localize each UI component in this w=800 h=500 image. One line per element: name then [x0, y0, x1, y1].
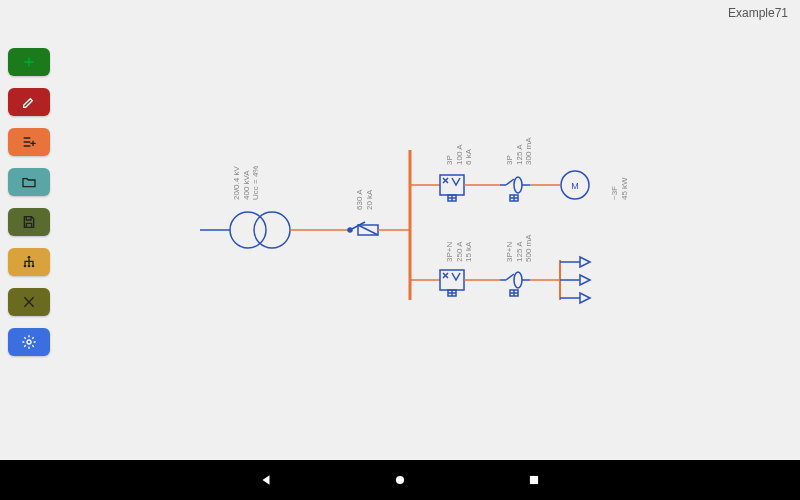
svg-point-22 [514, 177, 522, 193]
fuse-label: 630 A 20 kA [355, 190, 374, 210]
motor-label: ~3F 45 kW [610, 177, 629, 200]
svg-point-6 [230, 212, 266, 248]
outgoing-arrows[interactable] [560, 257, 590, 303]
rcd-2-label: 3P+N 125 A 500 mA [505, 234, 534, 262]
back-icon[interactable] [259, 473, 273, 487]
svg-text:M: M [571, 181, 579, 191]
svg-rect-48 [530, 476, 538, 484]
svg-point-37 [514, 272, 522, 288]
rcd-1-label: 3P 125 A 300 mA [505, 137, 534, 165]
home-icon[interactable] [393, 473, 407, 487]
breaker-2-label: 3P+N 250 A 15 kA [445, 242, 474, 262]
recent-icon[interactable] [527, 473, 541, 487]
rcd-1-symbol[interactable] [500, 177, 530, 201]
fuse-switch-symbol[interactable] [335, 222, 410, 235]
breaker-1-label: 3P 100 A 6 kA [445, 145, 474, 165]
svg-point-47 [396, 476, 404, 484]
transformer-label: 20/0.4 kV 400 kVA Ucc = 4% [232, 166, 261, 200]
android-navbar [0, 460, 800, 500]
svg-point-7 [254, 212, 290, 248]
breaker-1-symbol[interactable] [440, 175, 464, 201]
diagram-canvas[interactable]: M [0, 0, 800, 460]
rcd-2-symbol[interactable] [500, 272, 530, 296]
transformer-symbol[interactable] [200, 212, 335, 248]
svg-line-13 [358, 225, 378, 235]
motor-symbol[interactable]: M [561, 171, 589, 199]
breaker-2-symbol[interactable] [440, 270, 464, 296]
